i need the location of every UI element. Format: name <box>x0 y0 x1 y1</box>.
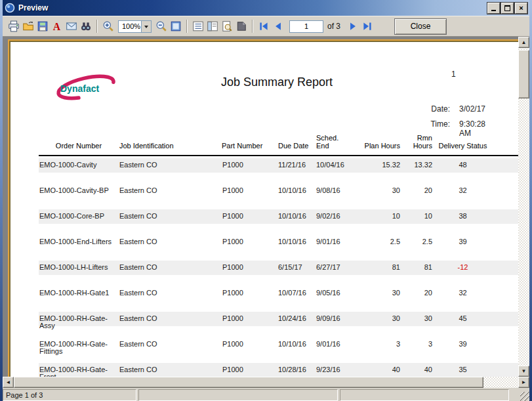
open-button[interactable] <box>21 19 35 33</box>
close-preview-button[interactable]: Close <box>394 18 447 35</box>
zoom-level-combobox[interactable]: 100% <box>118 20 152 33</box>
print-button[interactable] <box>7 19 21 33</box>
zoom-in-icon <box>102 20 114 32</box>
cell-order-number: EMO-1000-Core-BP <box>39 207 119 233</box>
export-pdf-button[interactable]: A <box>50 19 64 33</box>
cell-part-number: P1000 <box>222 233 273 259</box>
status-panel-3 <box>340 389 509 401</box>
cell-delivery-status: 38 <box>435 207 491 233</box>
logo-text: Dynafact <box>60 83 99 94</box>
page-number-input[interactable] <box>289 20 323 33</box>
scroll-down-button[interactable]: ▼ <box>518 366 529 377</box>
arrow-right-icon: ► <box>522 379 527 385</box>
cell-sched-end: 9/01/16 <box>310 335 353 361</box>
cell-filler <box>491 182 518 207</box>
vertical-scroll-thumb[interactable] <box>518 50 529 98</box>
cell-filler <box>491 207 518 233</box>
zoom-in-button[interactable] <box>101 19 115 33</box>
magnify-page-button[interactable] <box>220 19 234 33</box>
vertical-scrollbar[interactable]: ▲ ▼ <box>518 37 529 377</box>
cell-rmn-hours: 10 <box>401 207 435 233</box>
email-button[interactable] <box>64 19 79 33</box>
outline-icon <box>192 20 204 32</box>
cell-part-number: P1000 <box>222 259 273 284</box>
cell-due-date: 10/10/16 <box>273 335 310 361</box>
svg-text:A: A <box>53 21 61 32</box>
scroll-right-button[interactable]: ► <box>518 377 529 388</box>
cell-sched-end: 9/09/16 <box>310 310 353 335</box>
cell-plan-hours: 81 <box>353 259 401 284</box>
cell-rmn-hours: 30 <box>401 310 435 335</box>
cell-part-number: P1000 <box>222 207 273 233</box>
scroll-up-button[interactable]: ▲ <box>518 37 529 48</box>
first-page-button[interactable] <box>256 19 271 33</box>
find-button[interactable] <box>79 19 93 33</box>
cell-plan-hours: 3 <box>353 335 401 361</box>
zoom-out-icon <box>155 20 167 32</box>
table-header-row: Order Number Job Identification Part Num… <box>39 134 518 156</box>
col-header-job: Job Identification <box>119 134 222 156</box>
open-folder-icon <box>22 20 34 32</box>
report-viewport: 1 Dynafact Job Summary Report Date: 3/02… <box>3 37 518 377</box>
arrow-down-icon: ▼ <box>522 368 527 374</box>
col-header-rmn: Rmn Hours <box>401 134 435 156</box>
maximize-icon <box>504 5 510 11</box>
save-button[interactable] <box>35 19 50 33</box>
cell-order-number: EMO-1000-End-Lifters <box>39 233 119 259</box>
cell-rmn-hours: 2.5 <box>401 233 435 259</box>
minimize-button[interactable] <box>487 3 500 14</box>
cell-filler <box>491 284 518 310</box>
cell-due-date: 10/28/16 <box>273 361 310 377</box>
report-title: Job Summary Report <box>172 75 382 89</box>
table-row: EMO-1000-Cavity Eastern CO P1000 11/21/1… <box>39 156 518 182</box>
cell-plan-hours: 30 <box>353 284 401 310</box>
table-row: EMO-1000-RH-Gate-Fittings Eastern CO P10… <box>39 335 518 361</box>
cell-sched-end: 9/01/16 <box>310 233 353 259</box>
cell-sched-end: 6/27/17 <box>310 259 353 284</box>
table-row: EMO-1000-RH-Gate-Front Eastern CO P1000 … <box>39 361 518 377</box>
group-tree-button[interactable] <box>205 19 220 33</box>
print-setup-button[interactable] <box>234 19 249 33</box>
zoom-level-value: 100% <box>122 22 140 30</box>
close-window-button[interactable]: × <box>515 3 527 14</box>
report-page: 1 Dynafact Job Summary Report Date: 3/02… <box>9 41 518 377</box>
cell-job-identification: Eastern CO <box>119 207 222 233</box>
full-page-icon <box>170 20 182 32</box>
resize-grip[interactable] <box>520 392 529 401</box>
next-page-icon <box>347 20 359 32</box>
cell-sched-end: 9/23/16 <box>310 361 353 377</box>
cell-delivery-status: 32 <box>435 182 491 207</box>
outline-button[interactable] <box>191 19 205 33</box>
cell-due-date: 11/21/16 <box>273 156 310 182</box>
cell-order-number: EMO-1000-LH-Lifters <box>39 259 119 284</box>
scroll-left-button[interactable]: ◄ <box>3 377 14 388</box>
zoom-out-button[interactable] <box>154 19 169 33</box>
last-page-button[interactable] <box>360 19 375 33</box>
cell-rmn-hours: 13.32 <box>401 156 435 182</box>
horizontal-scroll-track[interactable] <box>483 377 518 388</box>
date-value: 3/02/17 <box>459 104 485 114</box>
cell-job-identification: Eastern CO <box>119 259 222 284</box>
combo-dropdown-icon[interactable] <box>141 21 151 32</box>
group-tree-icon <box>207 20 218 32</box>
email-icon <box>66 20 77 32</box>
horizontal-scroll-thumb[interactable] <box>14 377 483 388</box>
cell-due-date: 6/15/17 <box>273 259 310 284</box>
maximize-button[interactable] <box>501 3 514 14</box>
next-page-button[interactable] <box>346 19 360 33</box>
minimize-icon <box>491 10 496 11</box>
full-page-view-button[interactable] <box>169 19 183 33</box>
cell-sched-end: 9/05/16 <box>310 284 353 310</box>
toolbar-separator <box>186 20 188 33</box>
statusbar: Page 1 of 3 <box>3 388 529 401</box>
prev-page-button[interactable] <box>271 19 285 33</box>
horizontal-scrollbar[interactable]: ◄ ► <box>3 377 529 388</box>
cell-order-number: EMO-1000-Cavity-BP <box>39 182 119 207</box>
close-icon: × <box>519 5 523 11</box>
cell-delivery-status: 39 <box>435 233 491 259</box>
cell-delivery-status: 35 <box>435 361 491 377</box>
cell-order-number: EMO-1000-RH-Gate-Fittings <box>39 335 119 361</box>
cell-plan-hours: 30 <box>353 182 401 207</box>
cell-plan-hours: 30 <box>353 310 401 335</box>
cell-rmn-hours: 40 <box>401 361 435 377</box>
